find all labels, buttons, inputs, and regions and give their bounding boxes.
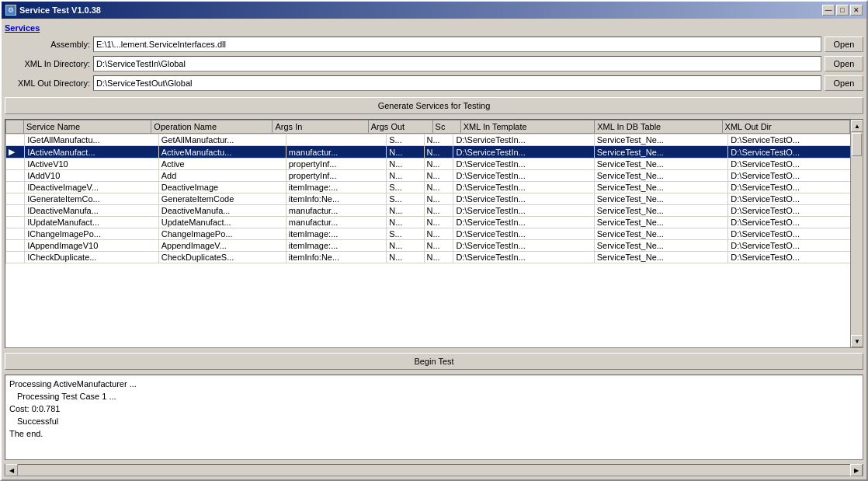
minimize-button[interactable]: — xyxy=(822,5,835,16)
table-row[interactable]: IGetAllManufactu...GetAllManufactur...S.… xyxy=(6,134,863,146)
services-link[interactable]: Services xyxy=(5,22,863,34)
assembly-label: Assembly: xyxy=(5,40,90,49)
table-body-wrapper[interactable]: IGetAllManufactu...GetAllManufactur...S.… xyxy=(5,134,863,347)
col-schema: Sc xyxy=(432,120,460,134)
scrollbar-track xyxy=(18,465,850,476)
col-indicator xyxy=(6,120,24,134)
table-row[interactable]: IAppendImageV10AppendImageV...itemImage:… xyxy=(6,240,863,252)
xml-out-dir-row: XML Out Directory: Open xyxy=(5,75,863,91)
close-button[interactable]: ✕ xyxy=(850,5,863,16)
scrollbar-up-button[interactable]: ▲ xyxy=(851,120,863,132)
xml-in-input[interactable] xyxy=(93,56,821,71)
assembly-row: Assembly: Open xyxy=(5,37,863,52)
col-service-name: Service Name xyxy=(24,120,151,134)
table-row[interactable]: IGenerateItemCo...GenerateItemCodeitemIn… xyxy=(6,193,863,205)
table-row[interactable]: ICheckDuplicate...CheckDuplicateS...item… xyxy=(6,252,863,263)
log-output: Processing ActiveManufacturer ...Process… xyxy=(5,375,863,460)
services-table-container: Service Name Operation Name Args In Args… xyxy=(5,119,863,348)
log-line: Cost: 0:0.781 xyxy=(9,403,859,415)
col-xml-template: XML In Template xyxy=(460,120,595,134)
title-bar: ⚙ Service Test V1.0.38 — □ ✕ xyxy=(2,2,866,19)
log-line: The end. xyxy=(9,427,859,440)
table-row[interactable]: IDeactiveManufа...DeactiveManufа...manuf… xyxy=(6,205,863,217)
xml-in-dir-row: XML In Directory: Open xyxy=(5,56,863,71)
xml-in-label: XML In Directory: xyxy=(5,59,90,68)
log-line: Successful xyxy=(9,415,859,427)
main-window: ⚙ Service Test V1.0.38 — □ ✕ Services As… xyxy=(0,0,868,481)
xml-out-open-button[interactable]: Open xyxy=(825,75,863,91)
table-row[interactable]: IDeactiveImageV...DeactiveImageitemImage… xyxy=(6,182,863,193)
assembly-open-button[interactable]: Open xyxy=(825,37,863,52)
services-table: IGetAllManufactu...GetAllManufactur...S.… xyxy=(5,134,863,263)
table-row[interactable]: IActiveV10ActivepropertyInf...N...N...D:… xyxy=(6,159,863,170)
col-xml-in-db: XML In DB Table xyxy=(595,120,722,134)
table-row[interactable]: IUpdateManufact...UpdateManufact...manuf… xyxy=(6,217,863,228)
xml-out-input[interactable] xyxy=(93,75,821,91)
generate-button[interactable]: Generate Services for Testing xyxy=(5,97,863,114)
col-xml-out-dir: XML Out Dir xyxy=(722,120,849,134)
app-icon: ⚙ xyxy=(5,5,16,16)
xml-in-open-button[interactable]: Open xyxy=(825,56,863,71)
log-line: Processing Test Case 1 ... xyxy=(9,390,859,403)
vertical-scrollbar[interactable]: ▲ ▼ xyxy=(850,120,863,347)
scroll-left-button[interactable]: ◀ xyxy=(5,464,18,476)
maximize-button[interactable]: □ xyxy=(836,5,849,16)
bottom-scrollbar[interactable]: ◀ ▶ xyxy=(5,464,863,476)
scrollbar-thumb[interactable] xyxy=(852,133,862,156)
xml-out-label: XML Out Directory: xyxy=(5,78,90,88)
col-args-in: Args In xyxy=(273,120,368,134)
assembly-input[interactable] xyxy=(93,37,821,52)
table-row[interactable]: IChangeImagePo...ChangeImagePo...itemIma… xyxy=(6,228,863,240)
services-table-header: Service Name Operation Name Args In Args… xyxy=(5,120,850,134)
main-content: Services Assembly: Open XML In Directory… xyxy=(2,19,866,479)
begin-test-button[interactable]: Begin Test xyxy=(5,353,863,370)
col-args-out: Args Out xyxy=(368,120,432,134)
log-line: Processing ActiveManufacturer ... xyxy=(9,378,859,390)
window-title: Service Test V1.0.38 xyxy=(19,5,101,15)
scroll-right-button[interactable]: ▶ xyxy=(850,464,863,476)
title-bar-left: ⚙ Service Test V1.0.38 xyxy=(5,5,101,16)
title-buttons: — □ ✕ xyxy=(822,5,863,16)
table-row[interactable]: ▶IActiveManufact...ActiveManufactu...man… xyxy=(6,146,863,159)
col-operation-name: Operation Name xyxy=(151,120,273,134)
scrollbar-down-button[interactable]: ▼ xyxy=(851,335,863,347)
table-row[interactable]: IAddV10AddpropertyInf...N...N...D:\Servi… xyxy=(6,170,863,182)
